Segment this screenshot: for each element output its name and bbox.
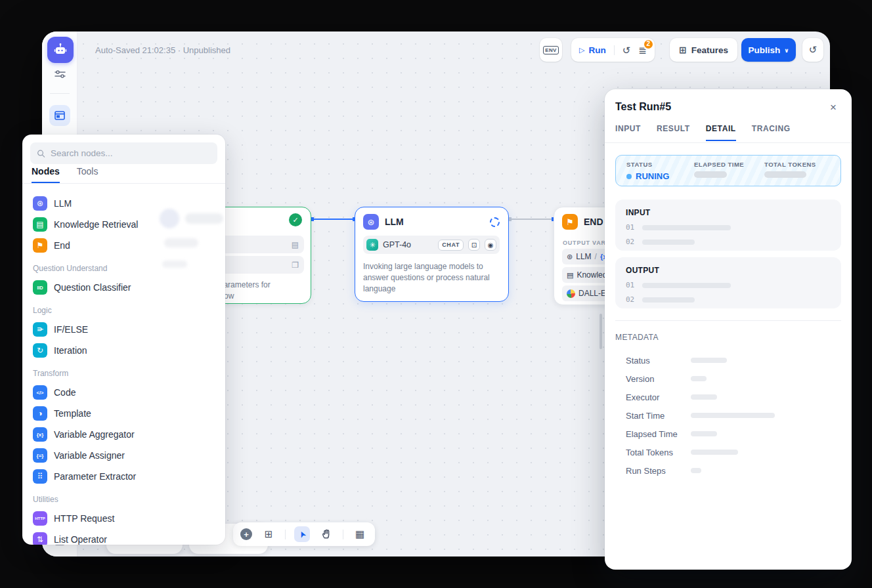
skeleton-bar bbox=[691, 450, 738, 455]
tab-tracing[interactable]: TRACING bbox=[752, 124, 791, 141]
features-icon: ⊞ bbox=[679, 45, 687, 55]
question-classifier-icon: IID bbox=[33, 280, 47, 295]
variable-source-label: DALL-E bbox=[578, 289, 606, 298]
llm-icon: ⊛ bbox=[33, 196, 47, 211]
chevron-down-icon: ∨ bbox=[784, 47, 789, 54]
publish-button[interactable]: Publish ∨ bbox=[741, 38, 796, 62]
skeleton-bar bbox=[642, 297, 695, 303]
llm-node-description: Invoking large language models to answer… bbox=[363, 261, 501, 295]
status-card-label: ELAPSED TIME bbox=[694, 161, 764, 168]
toolbar-divider bbox=[285, 530, 286, 539]
run-history-button[interactable]: ↺ bbox=[622, 45, 631, 55]
preview-window-icon[interactable] bbox=[49, 105, 70, 126]
row-number: 02 bbox=[626, 295, 634, 304]
variable-aggregator-icon: {x} bbox=[33, 427, 47, 442]
organize-button[interactable]: ▦ bbox=[352, 526, 368, 542]
status-card-label: TOTAL TOKENS bbox=[764, 161, 837, 168]
variable-source-label: LLM bbox=[576, 252, 591, 261]
node-item-http-request[interactable]: HTTPHTTP Request bbox=[30, 508, 217, 529]
model-selector[interactable]: ✳ GPT-4o CHAT ⊡ ◉ bbox=[363, 236, 500, 254]
section-label-logic: Logic bbox=[30, 298, 217, 319]
node-item-label: List Operator bbox=[54, 534, 107, 545]
metadata-row-label: Executor bbox=[626, 392, 691, 402]
node-item-label: HTTP Request bbox=[54, 513, 114, 524]
node-item-label: Variable Aggregator bbox=[54, 429, 135, 440]
node-item-knowledge-retrieval[interactable]: ▤Knowledge Retrieval bbox=[30, 214, 217, 235]
tab-detail[interactable]: DETAIL bbox=[706, 124, 736, 141]
input-card: INPUT 0102 bbox=[615, 200, 841, 251]
app-stage: ✓ ▤ ❐ Define the initial parameters for … bbox=[0, 0, 872, 588]
status-value: RUNING bbox=[626, 171, 694, 181]
parameter-extractor-icon: ⠿ bbox=[33, 469, 47, 484]
list-operator-icon: ⇅ bbox=[33, 532, 47, 545]
node-item-label: Variable Assigner bbox=[54, 450, 125, 461]
output-label: OUTPUT bbox=[626, 266, 831, 275]
row-number: 02 bbox=[626, 238, 634, 246]
vision-badge-icon: ⊡ bbox=[468, 239, 480, 251]
node-item-label: Code bbox=[54, 387, 76, 398]
settings-sliders-icon[interactable] bbox=[42, 70, 77, 81]
add-note-button[interactable]: ⊞ bbox=[261, 526, 276, 542]
running-dot-icon bbox=[626, 174, 632, 179]
edge-start-to-llm bbox=[312, 219, 355, 220]
row-number: 01 bbox=[626, 223, 634, 232]
toolbar-divider bbox=[343, 530, 343, 539]
play-icon: ▷ bbox=[579, 46, 584, 54]
node-item-parameter-extractor[interactable]: ⠿Parameter Extractor bbox=[30, 466, 217, 487]
hand-tool-button[interactable] bbox=[318, 526, 334, 542]
node-item-if-else[interactable]: ⋔IF/ELSE bbox=[30, 319, 217, 340]
variable-source-icon: ▤ bbox=[567, 271, 573, 280]
metadata-row-version: Version bbox=[626, 369, 841, 388]
node-item-variable-aggregator[interactable]: {x}Variable Aggregator bbox=[30, 424, 217, 445]
node-item-end[interactable]: ⚑End bbox=[30, 235, 217, 256]
skeleton-bar bbox=[642, 225, 731, 230]
io-row: 01 bbox=[626, 223, 831, 232]
gpt4o-icon: ✳ bbox=[366, 239, 378, 251]
running-spinner-icon bbox=[490, 217, 500, 227]
metadata-row-run-steps: Run Steps bbox=[626, 461, 841, 480]
section-label-transform: Transform bbox=[30, 361, 217, 382]
skeleton-bar bbox=[691, 376, 707, 381]
app-robot-icon[interactable] bbox=[47, 37, 74, 63]
tab-result[interactable]: RESULT bbox=[657, 124, 690, 141]
add-node-button[interactable]: + bbox=[240, 528, 252, 540]
features-button[interactable]: ⊞ Features bbox=[670, 38, 737, 62]
node-item-variable-assigner[interactable]: {=}Variable Assigner bbox=[30, 445, 217, 466]
checklist-button[interactable]: ≣ 2 bbox=[638, 45, 647, 55]
version-history-button[interactable]: ↺ bbox=[802, 38, 823, 62]
tab-tools[interactable]: Tools bbox=[77, 166, 98, 183]
metadata-row-label: Version bbox=[626, 374, 691, 384]
variable-assigner-icon: {=} bbox=[33, 448, 47, 463]
pointer-icon: ➤ bbox=[296, 529, 308, 539]
code-icon: </> bbox=[33, 385, 47, 400]
run-button[interactable]: ▷ Run bbox=[579, 45, 606, 55]
template-icon: ◑ bbox=[33, 406, 47, 421]
skeleton-bar bbox=[691, 468, 701, 473]
metadata-row-executor: Executor bbox=[626, 388, 841, 406]
node-item-question-classifier[interactable]: IIDQuestion Classifier bbox=[30, 277, 217, 298]
env-button[interactable]: ENV bbox=[540, 38, 562, 62]
llm-node[interactable]: ⊛ LLM ✳ GPT-4o CHAT ⊡ ◉ Invoking large l… bbox=[355, 207, 509, 302]
node-item-template[interactable]: ◑Template bbox=[30, 403, 217, 424]
node-item-list-operator[interactable]: ⇅List Operator bbox=[30, 529, 217, 545]
sidebar-divider bbox=[50, 93, 70, 94]
skeleton-bar bbox=[691, 431, 717, 436]
history-icon: ↺ bbox=[809, 44, 817, 56]
tab-input[interactable]: INPUT bbox=[615, 124, 641, 141]
test-run-panel: Test Run#5 × INPUTRESULTDETAILTRACING ST… bbox=[605, 89, 852, 570]
if-else-icon: ⋔ bbox=[33, 322, 47, 337]
node-item-llm[interactable]: ⊛LLM bbox=[30, 193, 217, 214]
run-toolbar-group: ▷ Run ↺ ≣ 2 bbox=[571, 38, 655, 62]
pointer-tool-button[interactable]: ➤ bbox=[294, 526, 310, 542]
eye-badge-icon: ◉ bbox=[485, 239, 496, 251]
iteration-icon: ↻ bbox=[33, 343, 47, 358]
node-item-iteration[interactable]: ↻Iteration bbox=[30, 340, 217, 361]
search-box[interactable] bbox=[30, 142, 217, 164]
node-search-panel: NodesTools ⊛LLM▤Knowledge Retrieval⚑EndQ… bbox=[22, 135, 225, 545]
metadata-row-total-tokens: Total Tokens bbox=[626, 443, 841, 461]
close-icon[interactable]: × bbox=[825, 100, 841, 116]
node-item-code[interactable]: </>Code bbox=[30, 382, 217, 403]
tab-nodes[interactable]: Nodes bbox=[32, 166, 60, 183]
panel-resize-handle[interactable] bbox=[600, 314, 602, 349]
search-input[interactable] bbox=[51, 148, 211, 158]
